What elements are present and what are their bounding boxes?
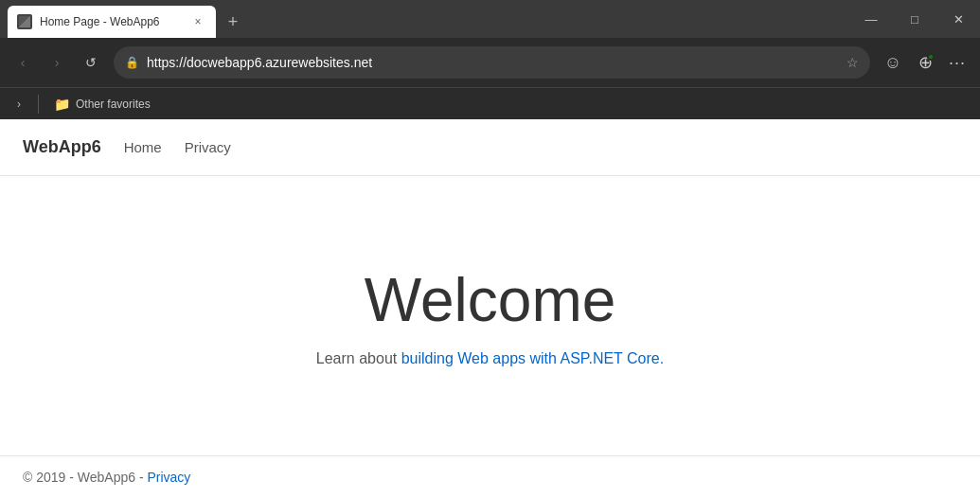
tab-favicon [17,14,32,29]
page-content: WebApp6 Home Privacy Welcome Learn about… [0,119,980,498]
learn-link[interactable]: building Web apps with ASP.NET Core. [401,350,665,366]
other-favorites-label: Other favorites [76,98,151,111]
emoji-icon: ☺ [884,53,901,73]
toolbar: ‹ › ↺ 🔒 ☆ ☺ ⊕ ··· [0,38,980,87]
toolbar-right: ☺ ⊕ ··· [878,47,972,78]
site-footer: © 2019 - WebApp6 - Privacy [0,455,980,498]
forward-icon: › [55,55,60,70]
site-navbar: WebApp6 Home Privacy [0,119,980,176]
emoji-button[interactable]: ☺ [878,47,908,78]
learn-prefix: Learn about [316,350,401,366]
forward-button[interactable]: › [42,47,72,78]
learn-text: Learn about building Web apps with ASP.N… [316,350,664,367]
favorites-divider [38,95,39,114]
folder-icon: 📁 [54,97,70,112]
extension-badge [927,53,935,61]
bookmark-icon[interactable]: ☆ [846,55,859,70]
nav-link-privacy[interactable]: Privacy [185,139,231,155]
site-main: Welcome Learn about building Web apps wi… [0,176,980,455]
new-tab-button[interactable]: + [220,9,246,35]
footer-privacy-link[interactable]: Privacy [147,470,190,485]
active-tab[interactable]: Home Page - WebApp6 × [8,6,216,38]
url-input[interactable] [147,55,839,70]
refresh-icon: ↺ [85,55,97,70]
welcome-heading: Welcome [365,265,616,335]
tab-bar: Home Page - WebApp6 × + — □ ✕ [0,0,980,38]
menu-icon: ··· [949,53,966,73]
tab-title: Home Page - WebApp6 [40,15,182,28]
back-button[interactable]: ‹ [8,47,38,78]
lock-icon: 🔒 [125,56,139,69]
tab-close-button[interactable]: × [189,13,206,30]
minimize-button[interactable]: — [849,4,893,34]
close-button[interactable]: ✕ [936,4,980,34]
refresh-button[interactable]: ↺ [76,47,106,78]
chevron-right-icon: › [17,98,21,111]
site-brand: WebApp6 [23,137,101,157]
address-bar[interactable]: 🔒 ☆ [114,46,870,79]
favorites-chevron[interactable]: › [8,93,30,116]
favorites-bar: › 📁 Other favorites [0,87,980,119]
other-favorites-button[interactable]: 📁 Other favorites [46,94,158,115]
menu-button[interactable]: ··· [942,47,972,78]
maximize-button[interactable]: □ [893,4,936,34]
back-icon: ‹ [21,55,26,70]
nav-link-home[interactable]: Home [124,139,162,155]
window-controls: — □ ✕ [849,0,980,38]
footer-text: © 2019 - WebApp6 - [23,470,147,485]
extension-button[interactable]: ⊕ [910,47,940,78]
